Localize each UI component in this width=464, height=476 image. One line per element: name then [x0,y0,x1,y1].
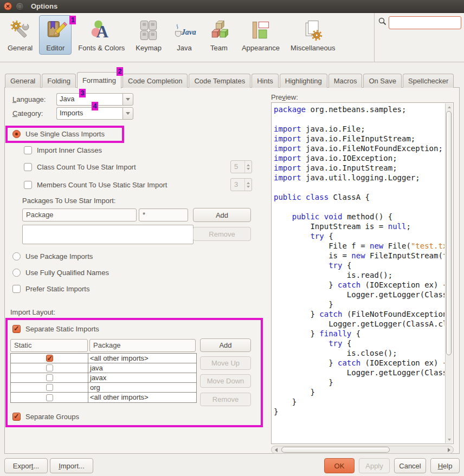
move-up-button[interactable]: Move Up [200,356,251,370]
export-button[interactable]: Export... [4,458,48,473]
tab-general[interactable]: General [5,74,41,88]
tab-hints[interactable]: Hints [252,74,279,88]
row-static-checkbox[interactable] [46,355,53,362]
table-row[interactable]: <all other imports> [11,393,196,402]
star-remove-button[interactable]: Remove [193,227,251,241]
separate-groups-checkbox[interactable] [12,413,21,421]
table-row[interactable]: javax [11,373,196,383]
import-inner-classes-checkbox[interactable] [24,146,32,154]
row-static-checkbox[interactable] [46,374,53,381]
spinner-buttons[interactable] [244,161,252,173]
star-column-header[interactable]: * [139,208,188,221]
star-package-column-header[interactable]: Package [22,208,137,221]
search-area [378,16,461,29]
import-button[interactable]: Import... [50,458,93,473]
svg-text:A: A [96,22,109,41]
package-column-header[interactable]: Package [89,339,196,352]
tab-code-completion[interactable]: Code Completion [123,74,188,88]
vertical-scroll-thumb[interactable] [446,111,452,355]
toolbar-item-appearance[interactable]: Appearance [237,15,284,55]
toolbar-item-label: Team [210,44,228,52]
prefer-static-imports-checkbox[interactable] [12,285,21,293]
svg-text:Java: Java [181,28,196,36]
members-count-checkbox[interactable] [24,181,32,189]
toolbar-item-general[interactable]: General [3,15,37,55]
vertical-scrollbar[interactable] [445,103,453,443]
separate-static-imports-label: Separate Static Imports [25,325,99,333]
tab-on-save[interactable]: On Save [363,74,402,88]
table-row[interactable]: java [11,363,196,373]
appearance-icon [249,18,273,42]
scroll-right-icon[interactable] [445,447,453,453]
chevron-down-icon [126,98,130,101]
maximize-icon[interactable]: ▢ [16,2,24,10]
toolbar-item-label: Java [177,44,191,52]
language-dropdown-button[interactable] [123,93,133,106]
tab-code-templates[interactable]: Code Templates [189,74,250,88]
row-static-checkbox[interactable] [46,394,53,401]
preview-pane[interactable]: package org.netbeans.samples; import jav… [271,102,454,444]
scroll-up-icon[interactable] [446,103,453,110]
toolbar-item-fonts-colors[interactable]: A Fonts & Colors [74,15,129,55]
keymap-icon [137,18,160,42]
toolbar-item-miscellaneous[interactable]: Miscellaneous [286,15,339,55]
class-count-checkbox[interactable] [24,163,32,171]
category-dropdown-button[interactable] [123,107,133,120]
annotation-badge-1: 1 [69,16,76,24]
static-column-header[interactable]: Static [10,339,88,352]
class-count-value: 5 [231,161,244,173]
star-packages-title: Packages To Use Star Import: [22,197,115,205]
use-package-imports-radio[interactable] [12,252,21,260]
members-count-value: 3 [231,179,244,191]
chevron-down-icon [126,112,130,115]
miscellaneous-icon [301,18,325,42]
cancel-button[interactable]: Cancel [394,458,426,473]
separate-static-imports-checkbox[interactable] [12,325,21,333]
use-package-imports-label: Use Package Imports [25,252,93,260]
button-label: Add [219,341,231,349]
tab-spellchecker[interactable]: Spellchecker [403,74,454,88]
search-input[interactable] [389,16,461,29]
table-row[interactable]: <all other imports> [11,354,196,363]
table-row[interactable]: org [11,383,196,393]
annotation-badge-3: 3 [79,89,86,97]
use-single-class-imports-radio[interactable] [12,130,21,138]
scroll-down-icon[interactable] [446,436,453,443]
spinner-up-icon [247,182,250,184]
row-static-checkbox[interactable] [46,384,53,391]
layout-remove-button[interactable]: Remove [200,393,251,406]
button-label: Cancel [399,462,421,470]
spinner-buttons[interactable] [244,179,252,191]
annotation-badge-2: 2 [117,67,123,76]
toolbar-item-keymap[interactable]: Keymap [131,15,166,55]
button-label: OK [334,462,345,470]
tab-formatting[interactable]: Formatting 2 [77,72,121,88]
ok-button[interactable]: OK [324,458,355,473]
apply-button[interactable]: Apply [359,458,390,473]
members-count-spinner[interactable]: 3 [230,178,252,191]
close-icon[interactable]: ✕ [4,2,12,10]
class-count-spinner[interactable]: 5 [230,160,252,173]
category-tabs: General Folding Formatting 2 Code Comple… [5,71,455,88]
layout-add-button[interactable]: Add [200,338,251,352]
category-combobox[interactable]: Imports 4 [56,107,133,120]
row-package-cell: org [88,383,196,392]
tab-folding[interactable]: Folding [42,74,76,88]
toolbar-item-label: Keymap [136,44,162,52]
toolbar-item-java[interactable]: Java Java [168,15,201,55]
move-down-button[interactable]: Move Down [200,374,251,388]
tab-macros[interactable]: Macros [328,74,363,88]
row-static-checkbox[interactable] [46,364,53,371]
help-button[interactable]: Help [430,458,460,473]
separate-groups-label: Separate Groups [25,413,79,421]
use-fully-qualified-names-radio[interactable] [12,269,21,277]
star-add-button[interactable]: Add [193,208,251,222]
tab-highlighting[interactable]: Highlighting [280,74,327,88]
star-packages-list[interactable] [22,225,194,244]
toolbar-item-editor[interactable]: 1 Editor [39,15,72,55]
scroll-left-icon[interactable] [272,447,280,453]
horizontal-scrollbar[interactable] [271,446,454,454]
toolbar-item-team[interactable]: Team [203,15,235,55]
button-label: Apply [365,462,383,470]
horizontal-scroll-thumb[interactable] [281,447,390,453]
